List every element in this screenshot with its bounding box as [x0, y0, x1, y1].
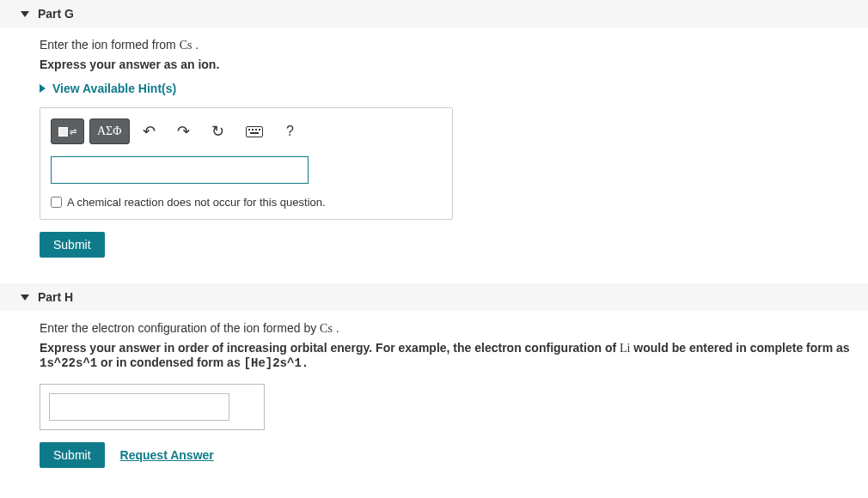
part-body-h: Enter the electron configuration of the …: [0, 311, 868, 477]
prompt-post: .: [192, 38, 199, 52]
no-reaction-row[interactable]: A chemical reaction does not occur for t…: [51, 196, 442, 209]
no-reaction-label: A chemical reaction does not occur for t…: [67, 196, 326, 209]
part-g-prompt: Enter the ion formed from Cs .: [40, 38, 859, 52]
instr-code1: 1s^22s^1: [40, 356, 97, 370]
part-h-instructions: Express your answer in order of increasi…: [40, 341, 859, 370]
instr1: Express your answer in order of increasi…: [40, 341, 620, 355]
answer-toolbar: ⇌ ΑΣΦ ↶ ↷ ↻ ?: [51, 118, 442, 144]
answer-box-g: ⇌ ΑΣΦ ↶ ↷ ↻ ? A chemical reaction does n…: [40, 107, 453, 220]
instr-code2: [He]2s^1.: [244, 356, 309, 370]
submit-button-h[interactable]: Submit: [40, 442, 105, 468]
caret-right-icon: [40, 84, 46, 93]
redo-button[interactable]: ↷: [169, 118, 199, 144]
part-title-h: Part H: [38, 290, 73, 304]
part-body-g: Enter the ion formed from Cs . Express y…: [0, 27, 868, 266]
greek-symbols-button[interactable]: ΑΣΦ: [89, 118, 130, 144]
reaction-template-icon: ⇌: [58, 127, 76, 137]
caret-down-icon: [21, 11, 29, 17]
prompt-symbol: Cs: [180, 39, 193, 52]
view-hints-label: View Available Hint(s): [52, 82, 176, 95]
keyboard-icon: [246, 126, 263, 137]
template-button[interactable]: ⇌: [51, 118, 84, 144]
view-hints-toggle[interactable]: View Available Hint(s): [40, 82, 176, 95]
instr2: would be entered in complete form as: [630, 341, 849, 355]
prompt-pre: Enter the electron configuration of the …: [40, 321, 320, 335]
request-answer-link[interactable]: Request Answer: [120, 448, 214, 462]
submit-row-g: Submit: [40, 232, 859, 258]
undo-button[interactable]: ↶: [135, 118, 164, 144]
prompt-pre: Enter the ion formed from: [40, 38, 180, 52]
part-h-prompt: Enter the electron configuration of the …: [40, 321, 859, 336]
submit-button-g[interactable]: Submit: [40, 232, 105, 258]
ion-answer-input[interactable]: [51, 156, 309, 184]
help-button[interactable]: ?: [276, 118, 305, 144]
caret-down-icon: [21, 295, 29, 301]
econfig-answer-input[interactable]: [49, 393, 229, 421]
part-title-g: Part G: [38, 7, 74, 21]
instr3: or in condensed form as: [97, 355, 243, 369]
reset-button[interactable]: ↻: [204, 118, 233, 144]
no-reaction-checkbox[interactable]: [51, 197, 62, 208]
answer-box-h: [40, 384, 265, 430]
part-h: Part H Enter the electron configuration …: [0, 283, 868, 477]
prompt-post: .: [333, 321, 339, 335]
part-header-g[interactable]: Part G: [0, 0, 868, 27]
prompt-symbol: Cs: [320, 322, 333, 335]
instr-symbol: Li: [620, 342, 630, 355]
part-header-h[interactable]: Part H: [0, 283, 868, 311]
part-g: Part G Enter the ion formed from Cs . Ex…: [0, 0, 868, 266]
submit-row-h: Submit Request Answer: [40, 442, 859, 468]
part-g-instructions: Express your answer as an ion.: [40, 58, 859, 71]
keyboard-button[interactable]: [238, 118, 271, 144]
